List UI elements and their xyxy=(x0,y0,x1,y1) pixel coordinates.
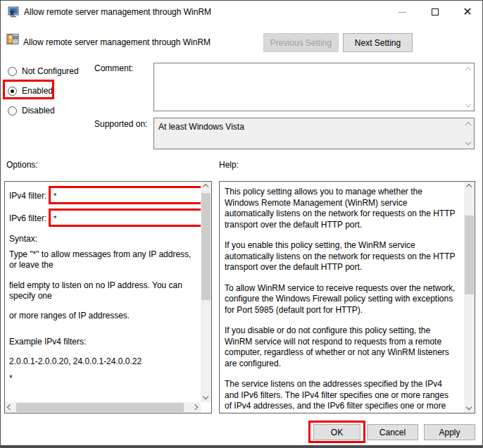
window-title: Allow remote server management through W… xyxy=(24,7,211,17)
radio-label: Enabled xyxy=(22,86,53,96)
next-setting-button[interactable]: Next Setting xyxy=(343,33,413,52)
minimize-icon xyxy=(399,12,406,13)
radio-enabled[interactable]: Enabled xyxy=(8,85,53,97)
supported-on-box: At least Windows Vista xyxy=(153,118,475,149)
radio-selected-dot xyxy=(11,89,14,93)
options-horizontal-scrollbar[interactable] xyxy=(5,402,201,413)
scroll-up-icon[interactable] xyxy=(203,184,209,190)
radio-label: Not Configured xyxy=(22,66,79,76)
help-paragraph: To allow WinRM service to receive reques… xyxy=(225,283,458,316)
radio-not-configured[interactable]: Not Configured xyxy=(8,66,79,77)
previous-setting-button[interactable]: Previous Setting xyxy=(263,33,339,52)
options-panel: IPv4 filter: IPv6 filter: Syntax: Type "… xyxy=(4,181,212,413)
ipv4-filter-input[interactable] xyxy=(49,186,203,204)
ipv4-filter-label: IPv4 filter: xyxy=(9,191,46,201)
radio-icon xyxy=(8,106,17,116)
syntax-paragraph: field empty to listen on no IP address. … xyxy=(9,280,199,301)
syntax-heading: Syntax: xyxy=(9,234,199,244)
scroll-down-icon[interactable] xyxy=(465,101,472,108)
close-icon: ✕ xyxy=(463,6,472,18)
example-filters-range: 2.0.0.1-2.0.0.20, 24.0.0.1-24.0.0.22 xyxy=(9,356,199,367)
syntax-paragraph: or more ranges of IP addresses. xyxy=(9,311,199,321)
help-vertical-scrollbar[interactable] xyxy=(464,182,475,413)
ok-button[interactable]: OK xyxy=(313,424,360,440)
scroll-up-icon[interactable] xyxy=(466,184,472,190)
help-paragraph: This policy setting allows you to manage… xyxy=(225,187,458,230)
options-vertical-scrollbar[interactable] xyxy=(201,182,211,402)
help-paragraph: The service listens on the addresses spe… xyxy=(225,379,458,413)
title-bar: Allow remote server management through W… xyxy=(1,1,482,23)
radio-icon xyxy=(8,67,17,76)
scroll-up-icon[interactable] xyxy=(465,122,472,128)
scroll-down-icon[interactable] xyxy=(466,404,472,411)
scroll-down-icon[interactable] xyxy=(203,394,209,400)
options-section-label: Options: xyxy=(6,160,38,170)
radio-disabled[interactable]: Disabled xyxy=(8,105,55,116)
winrm-policy-icon xyxy=(8,6,19,18)
close-button[interactable]: ✕ xyxy=(456,1,479,23)
scroll-down-icon[interactable] xyxy=(465,139,472,146)
policy-setting-dialog: Allow remote server management through W… xyxy=(0,0,483,448)
radio-label: Disabled xyxy=(22,106,55,116)
supported-on-value: At least Windows Vista xyxy=(158,122,244,132)
window-bottom-edge xyxy=(1,445,482,447)
minimize-button[interactable] xyxy=(390,1,414,23)
example-filters-heading: Example IPv4 filters: xyxy=(9,337,199,347)
ipv6-filter-input[interactable] xyxy=(49,209,203,227)
maximize-button[interactable] xyxy=(423,1,447,23)
maximize-icon xyxy=(432,8,439,15)
help-section-label: Help: xyxy=(219,160,239,170)
setting-title: Allow remote server management through W… xyxy=(23,37,211,47)
radio-selected-icon xyxy=(8,87,17,96)
scroll-right-icon[interactable] xyxy=(192,404,199,411)
scrollbar-thumb[interactable] xyxy=(465,216,474,294)
supported-on-label: Supported on: xyxy=(94,119,147,129)
help-text: This policy setting allows you to manage… xyxy=(220,182,463,413)
syntax-paragraph: Type "*" to allow messages from any IP a… xyxy=(9,249,199,270)
example-filters-wildcard: * xyxy=(9,373,199,384)
scroll-up-icon[interactable] xyxy=(465,67,472,73)
cancel-button[interactable]: Cancel xyxy=(367,424,418,440)
comment-label: Comment: xyxy=(94,63,133,73)
scrollbar-thumb[interactable] xyxy=(201,193,211,300)
help-panel: This policy setting allows you to manage… xyxy=(219,181,475,413)
comment-input[interactable] xyxy=(153,63,475,111)
ipv6-filter-label: IPv6 filter: xyxy=(9,213,46,223)
policy-setting-icon xyxy=(6,33,19,46)
scroll-left-icon[interactable] xyxy=(7,404,13,411)
help-paragraph: If you disable or do not configure this … xyxy=(225,325,458,369)
help-paragraph: If you enable this policy setting, the W… xyxy=(225,240,458,273)
scrollbar-thumb[interactable] xyxy=(16,403,184,412)
apply-button[interactable]: Apply xyxy=(424,424,475,440)
